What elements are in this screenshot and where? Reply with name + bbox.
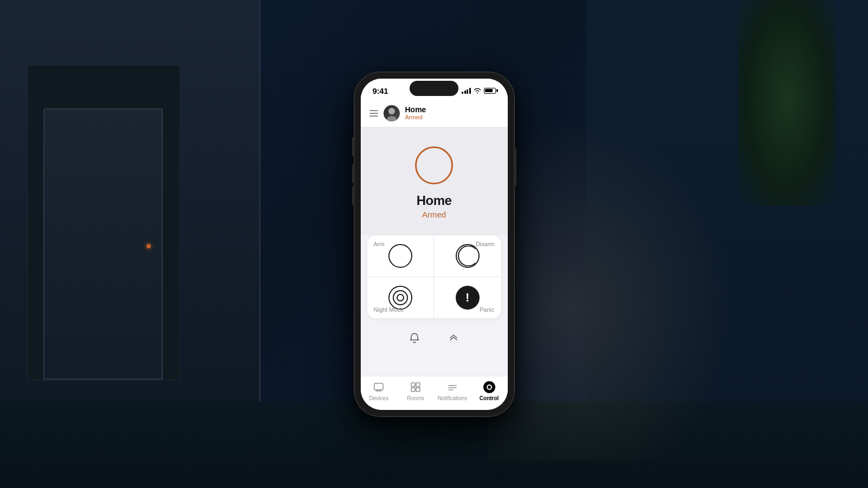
- tab-control-label: Control: [480, 395, 499, 401]
- night-mode-button[interactable]: Night Mode: [367, 277, 435, 318]
- svg-rect-2: [416, 383, 420, 387]
- devices-tab-icon: [373, 381, 385, 393]
- nav-bar: Home Armed: [361, 100, 508, 127]
- door: [43, 108, 163, 380]
- tab-bar: Devices Rooms: [361, 376, 508, 410]
- arm-icon: [388, 244, 412, 268]
- panic-label: Panic: [480, 306, 495, 313]
- signal-icon: [462, 88, 471, 94]
- tab-devices-label: Devices: [369, 395, 389, 401]
- bell-icon: [409, 332, 420, 344]
- tree-right: [738, 0, 835, 206]
- bell-quick-action[interactable]: [409, 332, 420, 344]
- main-content: Home Armed Arm Disarm: [361, 127, 508, 376]
- status-icons: [462, 88, 496, 94]
- svg-rect-4: [416, 388, 420, 391]
- panic-icon: !: [456, 286, 480, 310]
- nav-title-group: Home Armed: [405, 106, 426, 120]
- svg-rect-1: [411, 383, 415, 387]
- battery-icon: [484, 88, 496, 94]
- notifications-tab-icon: [446, 381, 458, 393]
- tab-notifications-label: Notifications: [438, 395, 467, 401]
- tab-rooms-label: Rooms: [407, 395, 424, 401]
- chevron-up-double-icon: [448, 332, 459, 344]
- night-mode-label: Night Mode: [374, 306, 404, 313]
- home-avatar: [384, 105, 400, 121]
- control-grid: Arm Disarm Night Mode: [367, 235, 501, 318]
- arm-label: Arm: [374, 241, 385, 247]
- tab-notifications[interactable]: Notifications: [434, 381, 471, 401]
- phone-device: 9:41: [354, 72, 514, 416]
- control-tab-icon: [483, 381, 495, 393]
- disarm-label: Disarm: [476, 241, 495, 247]
- nav-home-status: Armed: [405, 114, 426, 120]
- hero-title: Home: [417, 193, 452, 208]
- rooms-tab-icon: [410, 381, 422, 393]
- scroll-up-quick-action[interactable]: [448, 332, 459, 344]
- panic-button[interactable]: ! Panic: [434, 277, 501, 318]
- control-section: Arm Disarm Night Mode: [367, 235, 501, 318]
- tab-devices[interactable]: Devices: [361, 381, 398, 401]
- svg-rect-3: [411, 388, 415, 391]
- svg-rect-0: [374, 383, 383, 390]
- dynamic-island: [410, 81, 458, 96]
- arm-button[interactable]: Arm: [367, 235, 435, 277]
- disarm-button[interactable]: Disarm: [434, 235, 501, 277]
- quick-actions: [361, 327, 508, 350]
- hero-status: Armed: [422, 210, 446, 219]
- hero-section: Home Armed: [361, 127, 508, 235]
- phone-screen: 9:41: [361, 79, 508, 410]
- phone-wrapper: 9:41: [354, 72, 514, 416]
- disarm-icon: [456, 244, 480, 268]
- menu-button[interactable]: [369, 110, 378, 117]
- tab-control[interactable]: Control: [471, 381, 508, 401]
- armed-circle-indicator: [415, 146, 453, 184]
- status-time: 9:41: [373, 86, 388, 95]
- wifi-icon: [474, 88, 481, 94]
- tab-rooms[interactable]: Rooms: [397, 381, 434, 401]
- nav-home-name: Home: [405, 106, 426, 114]
